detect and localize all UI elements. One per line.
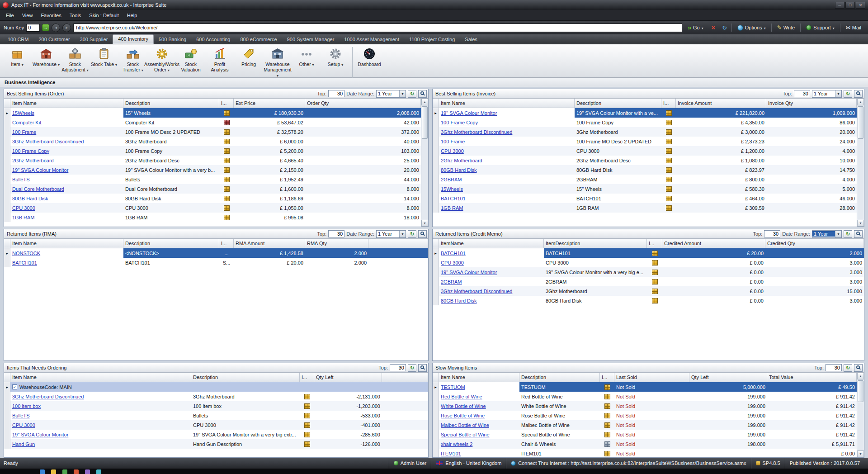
item-link[interactable]: 100 Frame xyxy=(12,129,36,135)
magnify-button[interactable] xyxy=(854,90,863,98)
maximize-button[interactable] xyxy=(845,2,855,9)
ribbon-item-stock-adjustment[interactable]: Stock Adjustment xyxy=(61,46,90,80)
ribbon-item-dashboard[interactable]: Dashboard xyxy=(355,46,384,80)
table-row[interactable]: CPU 3000CPU 3000-401.000 xyxy=(4,420,428,430)
item-link[interactable]: 2Ghz Motherboard xyxy=(441,158,482,163)
taskbar-icon[interactable] xyxy=(51,469,56,474)
column-header-i[interactable]: I... xyxy=(219,239,234,248)
item-link[interactable]: Rose Bottle of Wine xyxy=(441,413,485,418)
menu-view[interactable]: View xyxy=(18,11,37,19)
top-count-input[interactable] xyxy=(390,364,406,371)
forward-button[interactable] xyxy=(62,24,71,32)
item-link[interactable]: 3Ghz Motherboard Discontinued xyxy=(12,139,84,144)
scroll-down-icon[interactable] xyxy=(421,220,428,227)
table-row[interactable]: 100 Frame100 Frame MO Desc 2 UPDATED£ 2,… xyxy=(433,137,857,146)
scroll-track[interactable] xyxy=(857,379,864,450)
column-header-i[interactable]: I... xyxy=(647,239,662,248)
ribbon-item-warehouse-management[interactable]: Warehouse Management xyxy=(263,46,292,80)
table-row[interactable]: Rose Bottle of WineRose Bottle of WineNo… xyxy=(433,411,857,420)
column-header-description[interactable]: Description xyxy=(519,373,600,382)
table-row[interactable]: 80GB Hard Disk80GB Hard Disk£ 1,186.6914… xyxy=(4,194,421,203)
scroll-down-icon[interactable] xyxy=(857,220,864,227)
column-header-last-sold[interactable]: Last Sold xyxy=(614,373,689,382)
module-tab-1100-project-costing[interactable]: 1100 Project Costing xyxy=(404,35,460,44)
scroll-thumb[interactable] xyxy=(422,106,428,139)
item-link[interactable]: Dual Core Motherboard xyxy=(12,186,64,192)
table-row[interactable]: 15Wheels15" Wheels£ 580.305.000 xyxy=(433,184,857,194)
scroll-up-icon[interactable] xyxy=(421,99,428,105)
table-row[interactable]: 2GBRAM2GBRAM£ 0.003.000 xyxy=(433,277,864,286)
item-link[interactable]: Computer Kit xyxy=(12,120,41,125)
column-header-i[interactable]: I... xyxy=(600,373,614,382)
ribbon-item-profit-analysis[interactable]: Profit Analysis xyxy=(205,46,234,80)
group-expand-box[interactable] xyxy=(12,384,17,389)
num-key-input[interactable] xyxy=(26,24,40,32)
support-button[interactable]: Support xyxy=(803,24,838,31)
item-link[interactable]: 100 item box xyxy=(12,403,41,409)
column-header-item-name[interactable]: Item Name xyxy=(439,373,519,382)
taskbar-icon[interactable] xyxy=(40,469,45,474)
magnify-button[interactable] xyxy=(418,230,427,238)
menu-skin-default[interactable]: Skin : Default xyxy=(85,11,123,19)
scroll-thumb[interactable] xyxy=(858,106,863,139)
item-link[interactable]: CPU 3000 xyxy=(441,260,464,265)
table-row[interactable]: CPU 3000CPU 3000£ 1,050.008.000 xyxy=(4,203,421,213)
item-link[interactable]: BATCH101 xyxy=(441,251,466,256)
table-row[interactable]: 2Ghz Motherboard2Ghz Motherboard Desc£ 1… xyxy=(433,156,857,165)
module-tab-1000-asset-management[interactable]: 1000 Asset Management xyxy=(339,35,404,44)
table-row[interactable]: White Bottle of WineWhite Bottle of Wine… xyxy=(433,401,857,411)
item-link[interactable]: 19" SVGA Colour Monitor xyxy=(12,432,68,437)
date-range-select[interactable]: 1 Year xyxy=(812,90,842,98)
column-header-item-name[interactable]: Item Name xyxy=(439,99,575,108)
ribbon-item-stock-take[interactable]: Stock Take xyxy=(90,46,118,80)
table-row[interactable]: CPU 3000CPU 3000£ 0.003.000 xyxy=(433,258,864,267)
item-link[interactable]: CPU 3000 xyxy=(441,148,464,154)
item-link[interactable]: White Bottle of Wine xyxy=(441,403,486,409)
item-link[interactable]: 80GB Hard Disk xyxy=(441,298,476,303)
table-row[interactable]: Special Bottle of WineSpecial Bottle of … xyxy=(433,430,857,439)
module-tab-300-supplier[interactable]: 300 Supplier xyxy=(75,35,113,44)
date-range-select[interactable]: 1 Year xyxy=(376,90,406,98)
column-header-item-name[interactable]: Item Name xyxy=(10,99,123,108)
top-count-input[interactable] xyxy=(764,230,780,237)
table-row[interactable]: 100 Frame Copy100 Frame Copy£ 5,200.0010… xyxy=(4,146,421,156)
vertical-scrollbar[interactable] xyxy=(857,373,864,457)
refresh-button[interactable] xyxy=(844,90,852,98)
refresh-button[interactable] xyxy=(844,364,852,372)
column-header-rma-amount[interactable]: RMA Amount xyxy=(234,239,305,248)
table-row[interactable]: Malbec Bottle of WineMalbec Bottle of Wi… xyxy=(433,420,857,430)
table-row[interactable]: Computer KitComputer Kit£ 53,647.0242.00… xyxy=(4,118,421,127)
scroll-track[interactable] xyxy=(857,105,864,220)
stop-button[interactable] xyxy=(709,24,718,32)
group-row[interactable]: WarehouseCode: MAIN xyxy=(4,382,428,392)
item-link[interactable]: xhair wheels 2 xyxy=(441,441,472,447)
table-row[interactable]: 80GB Hard Disk80GB Hard Disk£ 0.003.000 xyxy=(433,296,864,305)
table-row[interactable]: 80GB Hard Disk80GB Hard Disk£ 823.9714.7… xyxy=(433,165,857,175)
minimize-button[interactable] xyxy=(835,2,844,9)
refresh-button[interactable] xyxy=(844,230,852,238)
column-header-i[interactable]: I... xyxy=(661,99,676,108)
table-row[interactable]: 3Ghz Motherboard Discontinued3Ghz Mother… xyxy=(4,137,421,146)
item-link[interactable]: NONSTOCK xyxy=(12,251,40,256)
ribbon-item-assembly-works-order[interactable]: Assembly/Works Order xyxy=(147,46,176,80)
item-link[interactable]: 1GB RAM xyxy=(441,205,463,211)
column-header-total-value[interactable]: Total Value xyxy=(767,373,857,382)
menu-favorites[interactable]: Favorites xyxy=(37,11,65,19)
item-link[interactable]: 15Wheels xyxy=(12,110,34,116)
item-link[interactable]: 19" SVGA Colour Monitor xyxy=(441,110,497,116)
refresh-button[interactable] xyxy=(408,230,416,238)
magnify-button[interactable] xyxy=(418,364,427,372)
module-tab-800-ecommerce[interactable]: 800 eCommerce xyxy=(235,35,282,44)
ribbon-item-warehouse[interactable]: Warehouse xyxy=(32,46,61,80)
item-link[interactable]: BulleTS xyxy=(12,177,30,182)
scroll-down-icon[interactable] xyxy=(857,450,864,457)
table-row[interactable]: ITEM101ITEM101Not Sold£ 0.00 xyxy=(433,449,857,457)
item-link[interactable]: 2GBRAM xyxy=(441,279,462,284)
scroll-up-icon[interactable] xyxy=(857,99,864,105)
table-row[interactable]: 15Wheels15" Wheels£ 180,930.302,008.000 xyxy=(4,108,421,118)
table-row[interactable]: BATCH101BATCH101S...£ 20.002.000 xyxy=(4,258,428,267)
table-row[interactable]: 3Ghz Motherboard Discontinued3Ghz Mother… xyxy=(433,127,857,137)
menu-tools[interactable]: Tools xyxy=(66,11,85,19)
vertical-scrollbar[interactable] xyxy=(421,99,428,227)
item-link[interactable]: BulleTS xyxy=(12,413,30,418)
